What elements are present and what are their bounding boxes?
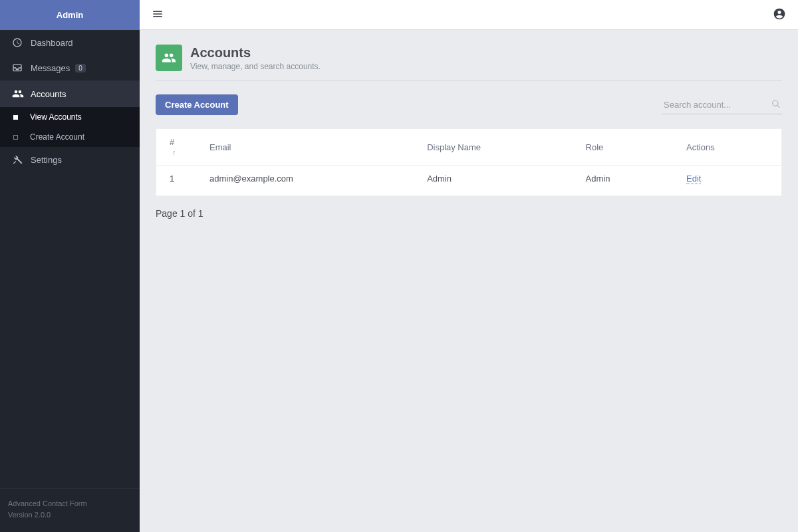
main-content: Accounts View, manage, and search accoun…: [140, 30, 798, 532]
sidebar-item-label: Messages: [31, 63, 70, 73]
brand-label: Admin: [57, 10, 83, 20]
search-wrap: [662, 96, 782, 114]
sidebar-item-label: Dashboard: [31, 38, 73, 48]
bullet-icon: [13, 135, 18, 140]
col-header-num[interactable]: # ↑: [156, 129, 196, 166]
page-subtitle: View, manage, and search accounts.: [190, 62, 321, 71]
hamburger-icon: [152, 8, 164, 20]
subnav-view-accounts[interactable]: View Accounts: [0, 107, 140, 127]
col-label: Email: [209, 142, 231, 152]
sidebar-item-dashboard[interactable]: Dashboard: [0, 30, 140, 55]
sort-asc-icon: ↑: [172, 148, 176, 156]
sidebar-nav: Dashboard Messages 0 Accounts View Accou…: [0, 30, 140, 488]
sidebar: Admin Dashboard Messages 0 Accounts View…: [0, 0, 140, 532]
create-account-button[interactable]: Create Account: [156, 94, 238, 115]
cell-email: admin@example.com: [196, 166, 414, 196]
footer-line-2: Version 2.0.0: [8, 509, 132, 521]
page-header-icon: [156, 45, 182, 71]
page-title: Accounts: [190, 45, 321, 61]
cell-display-name: Admin: [414, 166, 572, 196]
brand[interactable]: Admin: [0, 0, 140, 30]
users-icon: [162, 51, 176, 65]
cell-actions: Edit: [673, 166, 781, 196]
toolbar: Create Account: [156, 94, 782, 115]
pagination-text: Page 1 of 1: [156, 208, 782, 219]
sidebar-item-settings[interactable]: Settings: [0, 147, 140, 172]
col-header-email[interactable]: Email: [196, 129, 414, 166]
subnav-label: View Accounts: [30, 112, 82, 122]
col-header-display-name[interactable]: Display Name: [414, 129, 572, 166]
dashboard-icon: [12, 37, 31, 48]
subnav-label: Create Account: [30, 132, 84, 142]
sidebar-item-messages[interactable]: Messages 0: [0, 55, 140, 80]
edit-link[interactable]: Edit: [686, 174, 701, 184]
messages-badge: 0: [75, 64, 86, 72]
search-input[interactable]: [662, 96, 782, 114]
sidebar-item-accounts[interactable]: Accounts: [0, 80, 140, 107]
subnav-create-account[interactable]: Create Account: [0, 127, 140, 147]
sidebar-item-label: Settings: [31, 155, 62, 165]
menu-toggle-button[interactable]: [152, 8, 164, 22]
sidebar-footer: Advanced Contact Form Version 2.0.0: [0, 488, 140, 532]
footer-line-1: Advanced Contact Form: [8, 498, 132, 509]
search-icon: [771, 99, 781, 110]
col-header-role[interactable]: Role: [573, 129, 674, 166]
sidebar-item-label: Accounts: [31, 89, 66, 99]
user-menu-button[interactable]: [773, 7, 786, 23]
col-label: Role: [586, 142, 604, 152]
bullet-icon: [13, 115, 18, 120]
inbox-icon: [12, 63, 31, 73]
col-label: Display Name: [427, 142, 481, 152]
accounts-table-card: # ↑ Email Display Name Role Actions: [156, 128, 782, 196]
col-label: #: [170, 137, 174, 147]
accounts-subnav: View Accounts Create Account: [0, 107, 140, 147]
tools-icon: [12, 154, 31, 165]
topbar: [140, 0, 798, 30]
col-label: Actions: [686, 142, 715, 152]
users-icon: [12, 88, 31, 100]
col-header-actions: Actions: [673, 129, 781, 166]
table-row: 1 admin@example.com Admin Admin Edit: [156, 166, 781, 196]
page-header: Accounts View, manage, and search accoun…: [156, 45, 782, 81]
cell-role: Admin: [573, 166, 674, 196]
cell-num: 1: [156, 166, 196, 196]
user-circle-icon: [773, 7, 786, 21]
accounts-table: # ↑ Email Display Name Role Actions: [156, 129, 781, 196]
